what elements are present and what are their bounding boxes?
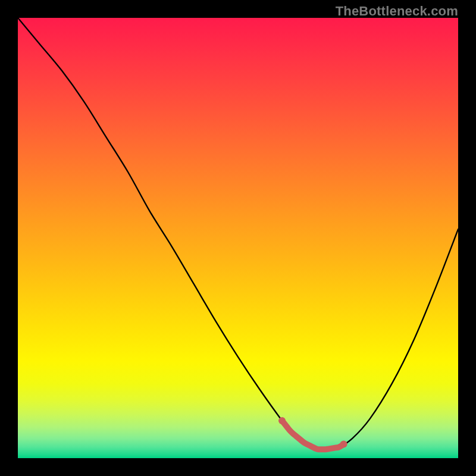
plot-area (18, 18, 458, 458)
optimal-range-end-dot (340, 441, 347, 448)
curve-layer (18, 18, 458, 458)
bottleneck-curve (18, 18, 458, 450)
watermark-text: TheBottleneck.com (336, 4, 458, 19)
chart-stage: TheBottleneck.com (0, 0, 476, 476)
optimal-range-start-dot (278, 417, 286, 424)
optimal-range-highlight (282, 421, 344, 449)
